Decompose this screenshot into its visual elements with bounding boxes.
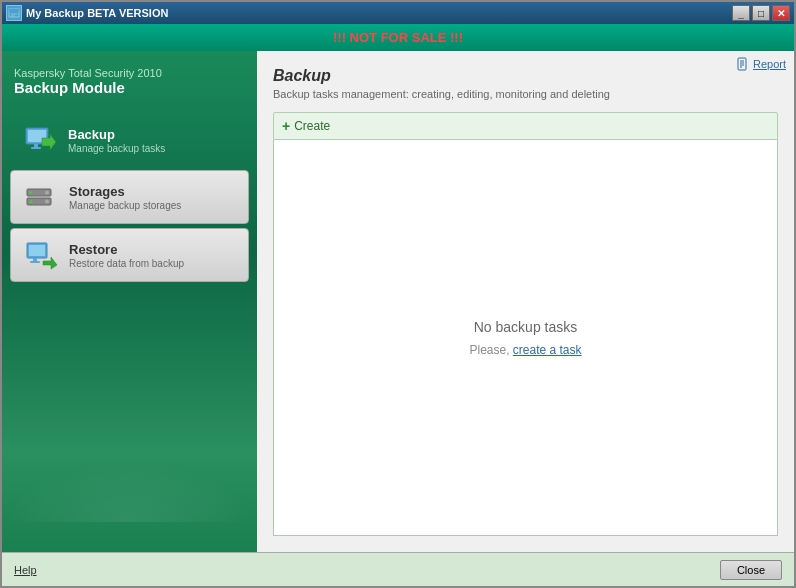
restore-icon <box>23 239 59 271</box>
panel-title-part2: up <box>311 67 331 84</box>
report-icon <box>737 57 749 71</box>
close-button[interactable]: Close <box>720 560 782 580</box>
window-icon <box>6 5 22 21</box>
panel-title-part1: Back <box>273 67 311 84</box>
svg-point-13 <box>30 191 33 194</box>
panel-header: Backup Backup tasks management: creating… <box>273 67 778 100</box>
maximize-button[interactable]: □ <box>752 5 770 21</box>
svg-point-10 <box>45 191 49 195</box>
backup-icon <box>22 124 58 156</box>
empty-pre-text: Please, <box>469 343 512 357</box>
app-title: Kaspersky Total Security 2010 Backup Mod… <box>2 59 257 112</box>
svg-rect-1 <box>9 9 19 12</box>
help-link[interactable]: Help <box>14 564 37 576</box>
svg-rect-20 <box>738 58 746 70</box>
storages-icon <box>23 181 59 213</box>
sidebar: Kaspersky Total Security 2010 Backup Mod… <box>2 51 257 552</box>
restore-nav-title: Restore <box>69 242 184 257</box>
title-bar: My Backup BETA VERSION _ □ ✕ <box>2 2 794 24</box>
task-area: No backup tasks Please, create a task <box>273 140 778 536</box>
svg-rect-7 <box>31 147 41 149</box>
main-window: My Backup BETA VERSION _ □ ✕ !!! NOT FOR… <box>0 0 796 588</box>
panel-title: Backup <box>273 67 778 85</box>
backup-nav-subtitle: Manage backup tasks <box>68 143 165 154</box>
empty-subtitle: Please, create a task <box>469 343 581 357</box>
module-name: Backup Module <box>14 79 245 96</box>
svg-rect-6 <box>34 144 38 147</box>
nav-item-backup[interactable]: Backup Manage backup tasks <box>10 114 249 166</box>
empty-title: No backup tasks <box>469 319 581 335</box>
report-label: Report <box>753 58 786 70</box>
right-panel: Report Backup Backup tasks management: c… <box>257 51 794 552</box>
plus-icon: + <box>282 118 290 134</box>
svg-point-12 <box>45 200 49 204</box>
empty-state: No backup tasks Please, create a task <box>469 319 581 357</box>
title-bar-controls: _ □ ✕ <box>732 5 790 21</box>
bottom-bar: Help Close <box>2 552 794 586</box>
svg-rect-16 <box>29 245 45 256</box>
panel-subtitle: Backup tasks management: creating, editi… <box>273 88 778 100</box>
storages-nav-title: Storages <box>69 184 181 199</box>
report-link[interactable]: Report <box>737 57 786 71</box>
close-title-button[interactable]: ✕ <box>772 5 790 21</box>
backup-nav-title: Backup <box>68 127 165 142</box>
svg-marker-19 <box>43 257 57 269</box>
window-title: My Backup BETA VERSION <box>26 7 168 19</box>
svg-rect-17 <box>33 258 37 261</box>
create-label: Create <box>294 119 330 133</box>
storages-nav-text: Storages Manage backup storages <box>69 184 181 211</box>
create-button[interactable]: + Create <box>282 118 330 134</box>
storages-nav-subtitle: Manage backup storages <box>69 200 181 211</box>
restore-nav-text: Restore Restore data from backup <box>69 242 184 269</box>
company-name: Kaspersky Total Security 2010 <box>14 67 245 79</box>
svg-point-14 <box>30 200 33 203</box>
not-for-sale-banner: !!! NOT FOR SALE !!! <box>2 24 794 51</box>
minimize-button[interactable]: _ <box>732 5 750 21</box>
svg-rect-18 <box>30 261 40 263</box>
backup-nav-text: Backup Manage backup tasks <box>68 127 165 154</box>
toolbar: + Create <box>273 112 778 140</box>
main-content: Kaspersky Total Security 2010 Backup Mod… <box>2 51 794 552</box>
create-task-link[interactable]: create a task <box>513 343 582 357</box>
nav-item-restore[interactable]: Restore Restore data from backup <box>10 228 249 282</box>
title-bar-left: My Backup BETA VERSION <box>6 5 168 21</box>
nav-item-storages[interactable]: Storages Manage backup storages <box>10 170 249 224</box>
restore-nav-subtitle: Restore data from backup <box>69 258 184 269</box>
